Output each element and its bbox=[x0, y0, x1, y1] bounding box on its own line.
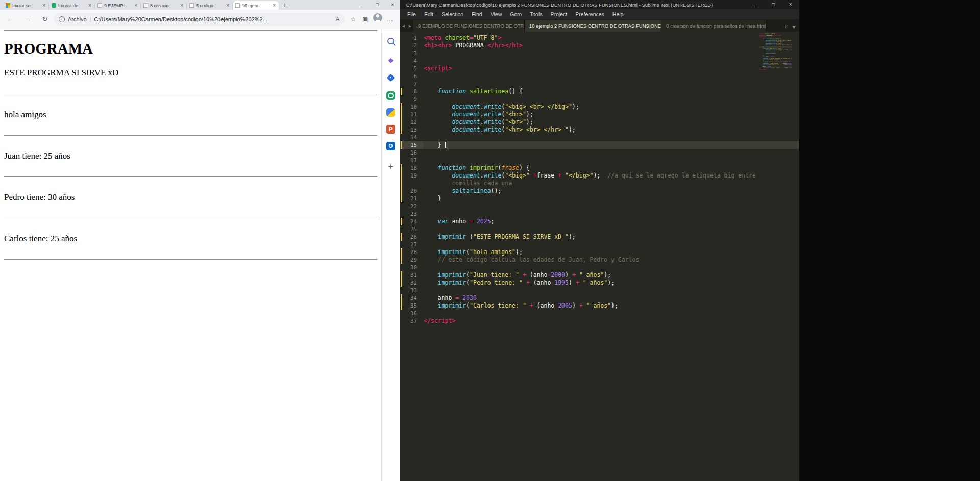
code-line[interactable]: 9 bbox=[400, 95, 799, 103]
new-file-icon[interactable]: + bbox=[783, 24, 787, 30]
menu-preferences[interactable]: Preferences bbox=[571, 11, 608, 17]
editor-tab[interactable]: 9 EJEMPLO DE FUNSIONES DENTRO DE OTRAS I bbox=[413, 20, 525, 32]
minimize-icon[interactable]: – bbox=[747, 0, 765, 9]
code-line[interactable]: 37</script> bbox=[400, 317, 799, 325]
menu-help[interactable]: Help bbox=[608, 11, 628, 17]
tab-scroll-right-icon[interactable]: ▶ bbox=[407, 20, 413, 32]
code-token: > bbox=[498, 34, 501, 41]
profile-avatar-icon[interactable] bbox=[373, 13, 382, 22]
code-line[interactable]: 19 document.write("<big>" +frase + "</bi… bbox=[400, 172, 799, 180]
favorites-star-icon[interactable]: ☆ bbox=[347, 13, 359, 26]
text-size-icon[interactable]: A bbox=[336, 16, 339, 22]
browser-tab[interactable]: 9 EJEMPL× bbox=[95, 1, 141, 10]
code-line[interactable]: 3 bbox=[400, 49, 799, 57]
file-info-icon[interactable]: i bbox=[59, 16, 65, 22]
browser-tab[interactable]: 5 codigo× bbox=[187, 1, 233, 10]
code-line[interactable]: 32 imprimir("Pedro tiene: " + (anho-1995… bbox=[400, 279, 799, 287]
address-bar[interactable]: i Archivo | C:/Users/Mary%20Carmen/Deskt… bbox=[54, 13, 345, 26]
modified-line-marker-icon bbox=[401, 118, 402, 126]
code-line[interactable]: 35 imprimir("Carlos tiene: " + (anho-200… bbox=[400, 302, 799, 310]
menu-project[interactable]: Project bbox=[547, 11, 572, 17]
add-icon[interactable]: + bbox=[386, 162, 396, 172]
close-tab-icon[interactable]: × bbox=[42, 3, 46, 8]
close-tab-icon[interactable]: × bbox=[226, 3, 230, 8]
code-line[interactable]: 21 } bbox=[400, 195, 799, 202]
menu-tools[interactable]: Tools bbox=[526, 11, 547, 17]
forward-button[interactable]: → bbox=[21, 13, 34, 26]
code-line[interactable]: 6 bbox=[400, 72, 799, 80]
maximize-icon[interactable]: □ bbox=[370, 0, 385, 10]
menu-goto[interactable]: Goto bbox=[506, 11, 526, 17]
code-line[interactable]: 18 function imprimir(frase) { bbox=[400, 164, 799, 172]
minimize-icon[interactable]: – bbox=[354, 0, 370, 10]
browser-tab[interactable]: Iniciar se× bbox=[3, 1, 49, 10]
code-line[interactable]: 7 bbox=[400, 80, 799, 88]
menu-selection[interactable]: Selection bbox=[437, 11, 468, 17]
code-area[interactable]: 1<meta charset="UTF-8">2<h1><hr> PROGRAM… bbox=[400, 34, 799, 325]
minimap[interactable]: <meta charset="UTF-8"><h1><hr> PROGRAMA … bbox=[760, 33, 792, 71]
code-line[interactable]: 22 bbox=[400, 202, 799, 210]
image-creator-icon[interactable] bbox=[386, 91, 395, 100]
code-line[interactable]: 26 imprimir ("ESTE PROGRMA SI SIRVE xD "… bbox=[400, 233, 799, 241]
code-line[interactable]: 2<h1><hr> PROGRAMA </hr></h1> bbox=[400, 42, 799, 49]
code-line[interactable]: 23 bbox=[400, 210, 799, 218]
code-line[interactable]: 4 bbox=[400, 57, 799, 65]
menu-edit[interactable]: Edit bbox=[420, 11, 437, 17]
code-line[interactable]: 29 // este código calcula las edades de … bbox=[400, 256, 799, 264]
settings-menu-icon[interactable]: … bbox=[384, 13, 396, 26]
code-line[interactable]: 14 bbox=[400, 134, 799, 141]
code-line[interactable]: 28 imprimir("hola amigos"); bbox=[400, 248, 799, 256]
code-token bbox=[424, 172, 452, 179]
code-line[interactable]: 8 function saltarLinea() { bbox=[400, 88, 799, 95]
code-line[interactable]: 25 bbox=[400, 225, 799, 233]
menu-file[interactable]: File bbox=[403, 11, 420, 17]
search-icon[interactable] bbox=[386, 36, 396, 46]
code-line[interactable]: 30 bbox=[400, 264, 799, 271]
code-line[interactable]: 36 bbox=[400, 310, 799, 317]
code-line[interactable]: 16 bbox=[400, 149, 799, 157]
browser-tab[interactable]: Lógica de× bbox=[49, 1, 95, 10]
address-url[interactable]: C:/Users/Mary%20Carmen/Desktop/codigo/10… bbox=[94, 16, 333, 22]
code-line[interactable]: 10 document.write("<big> <br> </big>"); bbox=[400, 103, 799, 111]
code-line[interactable]: 12 document.write("<br>"); bbox=[400, 118, 799, 126]
close-tab-icon[interactable]: × bbox=[88, 3, 92, 8]
menu-find[interactable]: Find bbox=[468, 11, 486, 17]
new-tab-button[interactable]: + bbox=[281, 1, 289, 9]
code-line[interactable]: comillas cada una bbox=[400, 180, 799, 187]
code-line[interactable]: 24 var anho = 2025; bbox=[400, 218, 799, 225]
outlook-icon[interactable]: O bbox=[386, 142, 395, 150]
close-icon[interactable]: × bbox=[385, 0, 400, 10]
code-line[interactable]: 15 } bbox=[400, 141, 799, 149]
tab-list-icon[interactable]: ▾ bbox=[793, 24, 795, 30]
code-line[interactable]: 1<meta charset="UTF-8"> bbox=[400, 34, 799, 42]
copilot-icon[interactable]: ◆ bbox=[386, 55, 396, 65]
tab-scroll-left-icon[interactable]: ◀ bbox=[400, 20, 407, 32]
code-line[interactable]: 27 bbox=[400, 241, 799, 248]
editor-tab[interactable]: 10 ejemplo 2 FUNSIONES DENTRO DE OTRAS F… bbox=[525, 20, 662, 32]
close-tab-icon[interactable]: × bbox=[272, 3, 276, 8]
code-line[interactable]: 31 imprimir("Juan tiene: " + (anho-2000)… bbox=[400, 271, 799, 279]
browser-tab[interactable]: 8 creacio× bbox=[141, 1, 187, 10]
code-line[interactable]: 13 document.write("<hr> <br> </hr> "); bbox=[400, 126, 799, 134]
refresh-button[interactable]: ↻ bbox=[39, 13, 51, 26]
code-line[interactable]: 33 bbox=[400, 287, 799, 294]
maximize-icon[interactable]: □ bbox=[765, 0, 782, 9]
sublime-titlebar[interactable]: C:\Users\Mary Carmen\Desktop\codigo\10 e… bbox=[400, 0, 799, 9]
collections-icon[interactable]: ▣ bbox=[359, 13, 372, 26]
code-line[interactable]: 17 bbox=[400, 157, 799, 164]
games-icon[interactable] bbox=[386, 108, 395, 117]
close-icon[interactable]: × bbox=[782, 0, 799, 9]
powerpoint-icon[interactable]: P bbox=[386, 125, 395, 134]
browser-tab[interactable]: 10 ejem× bbox=[233, 1, 279, 10]
close-tab-icon[interactable]: × bbox=[134, 3, 138, 8]
back-button[interactable]: ← bbox=[4, 13, 16, 26]
menu-view[interactable]: View bbox=[486, 11, 506, 17]
code-line[interactable]: 20 saltarLinea(); bbox=[400, 187, 799, 195]
code-editor[interactable]: 1<meta charset="UTF-8">2<h1><hr> PROGRAM… bbox=[400, 32, 799, 481]
close-tab-icon[interactable]: × bbox=[180, 3, 184, 8]
editor-tab[interactable]: 8 creacion de funcion para saltos de lin… bbox=[662, 20, 766, 32]
code-line[interactable]: 34 anho = 2030 bbox=[400, 294, 799, 302]
code-line[interactable]: 5<script> bbox=[400, 65, 799, 72]
shopping-icon[interactable] bbox=[386, 73, 396, 83]
code-line[interactable]: 11 document.write("<br>"); bbox=[400, 111, 799, 118]
